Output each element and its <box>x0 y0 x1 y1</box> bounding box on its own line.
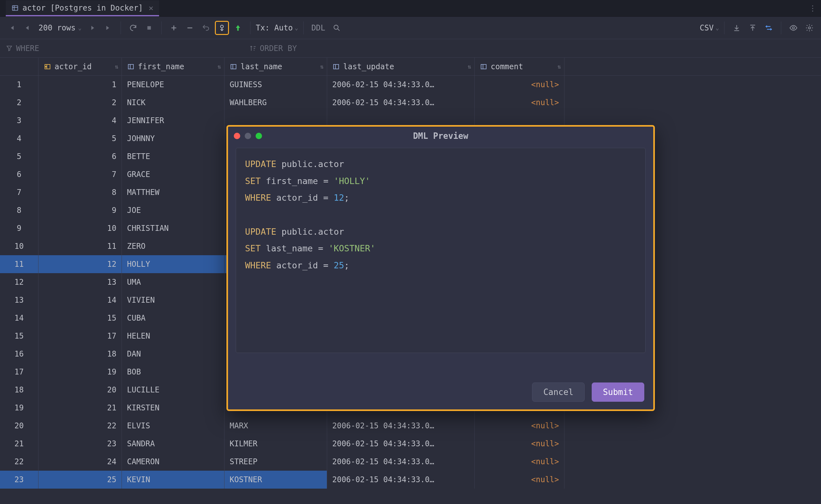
cell-first-name[interactable]: CAMERON <box>122 453 224 471</box>
submit-button[interactable]: Submit <box>592 382 644 402</box>
ddl-button[interactable]: DDL <box>309 21 328 35</box>
view-icon[interactable] <box>786 21 800 35</box>
table-row[interactable]: 11PENELOPEGUINESS2006-02-15 04:34:33.0…<… <box>0 76 821 94</box>
row-number[interactable]: 13 <box>0 291 38 309</box>
cell-last-update[interactable]: 2006-02-15 04:34:33.0… <box>327 471 475 489</box>
cell-actor-id[interactable]: 24 <box>38 453 122 471</box>
cell-actor-id[interactable]: 8 <box>38 183 122 201</box>
cell-last-update[interactable]: 2006-02-15 04:34:33.0… <box>327 94 475 112</box>
cell-first-name[interactable]: KEVIN <box>122 471 224 489</box>
cell-last-update[interactable]: 2006-02-15 04:34:33.0… <box>327 417 475 435</box>
table-row[interactable]: 2022ELVISMARX2006-02-15 04:34:33.0…<null… <box>0 417 821 435</box>
cell-comment[interactable]: <null> <box>475 453 564 471</box>
close-icon[interactable]: ✕ <box>149 4 153 13</box>
stop-icon[interactable] <box>142 21 156 35</box>
cell-actor-id[interactable]: 11 <box>38 237 122 255</box>
cell-last-name[interactable]: STREEP <box>224 453 327 471</box>
cell-actor-id[interactable]: 25 <box>38 471 122 489</box>
cell-first-name[interactable]: NICK <box>122 94 224 112</box>
cell-last-update[interactable]: 2006-02-15 04:34:33.0… <box>327 435 475 453</box>
row-number[interactable]: 12 <box>0 273 38 291</box>
row-number[interactable]: 18 <box>0 381 38 399</box>
tab-more-icon[interactable]: ⋮ <box>809 4 817 13</box>
compare-icon[interactable] <box>762 21 776 35</box>
row-number[interactable]: 1 <box>0 76 38 94</box>
download-icon[interactable] <box>730 21 744 35</box>
where-filter[interactable]: WHERE <box>0 39 244 57</box>
prev-page-icon[interactable] <box>21 21 35 35</box>
next-page-icon[interactable] <box>85 21 99 35</box>
row-number[interactable]: 5 <box>0 147 38 165</box>
table-row[interactable]: 2224CAMERONSTREEP2006-02-15 04:34:33.0…<… <box>0 453 821 471</box>
row-number[interactable]: 22 <box>0 453 38 471</box>
cell-first-name[interactable]: KIRSTEN <box>122 399 224 417</box>
cell-actor-id[interactable]: 21 <box>38 399 122 417</box>
row-number[interactable]: 9 <box>0 219 38 237</box>
cell-actor-id[interactable]: 4 <box>38 112 122 130</box>
submit-icon[interactable] <box>231 21 245 35</box>
orderby-filter[interactable]: ORDER BY <box>244 39 821 57</box>
cell-last-update[interactable]: 2006-02-15 04:34:33.0… <box>327 76 475 94</box>
cell-first-name[interactable]: SANDRA <box>122 435 224 453</box>
table-row[interactable]: 2123SANDRAKILMER2006-02-15 04:34:33.0…<n… <box>0 435 821 453</box>
row-number[interactable]: 15 <box>0 327 38 345</box>
delete-row-icon[interactable] <box>183 21 197 35</box>
cell-actor-id[interactable]: 20 <box>38 381 122 399</box>
cell-first-name[interactable]: GRACE <box>122 165 224 183</box>
row-number[interactable]: 10 <box>0 237 38 255</box>
cell-first-name[interactable]: JOHNNY <box>122 130 224 147</box>
first-page-icon[interactable] <box>4 21 19 35</box>
cell-first-name[interactable]: CHRISTIAN <box>122 219 224 237</box>
refresh-icon[interactable] <box>126 21 140 35</box>
zoom-window-icon[interactable] <box>256 133 262 139</box>
row-number[interactable]: 14 <box>0 309 38 327</box>
upload-icon[interactable] <box>746 21 760 35</box>
cell-actor-id[interactable]: 12 <box>38 255 122 273</box>
column-header-last-name[interactable]: last_name⇅ <box>224 58 327 75</box>
cell-last-name[interactable]: WAHLBERG <box>224 94 327 112</box>
cell-comment[interactable]: <null> <box>475 471 564 489</box>
cell-first-name[interactable]: JENNIFER <box>122 112 224 130</box>
dml-sql-preview[interactable]: UPDATE public.actorSET first_name = 'HOL… <box>236 148 646 353</box>
cell-first-name[interactable]: MATTHEW <box>122 183 224 201</box>
row-number[interactable]: 6 <box>0 165 38 183</box>
cancel-button[interactable]: Cancel <box>532 382 585 402</box>
row-number[interactable]: 17 <box>0 363 38 381</box>
row-number[interactable]: 8 <box>0 201 38 219</box>
cell-comment[interactable]: <null> <box>475 435 564 453</box>
last-page-icon[interactable] <box>101 21 115 35</box>
cell-actor-id[interactable]: 14 <box>38 291 122 309</box>
cell-first-name[interactable]: BETTE <box>122 147 224 165</box>
cell-comment[interactable]: <null> <box>475 417 564 435</box>
preview-pending-icon[interactable] <box>215 21 229 35</box>
cell-first-name[interactable]: DAN <box>122 345 224 363</box>
cell-first-name[interactable]: LUCILLE <box>122 381 224 399</box>
row-number[interactable]: 23 <box>0 471 38 489</box>
cell-comment[interactable]: <null> <box>475 94 564 112</box>
cell-actor-id[interactable]: 5 <box>38 130 122 147</box>
cell-actor-id[interactable]: 17 <box>38 327 122 345</box>
minimize-window-icon[interactable] <box>245 133 251 139</box>
cell-first-name[interactable]: UMA <box>122 273 224 291</box>
row-number[interactable]: 19 <box>0 399 38 417</box>
row-number[interactable]: 3 <box>0 112 38 130</box>
cell-last-name[interactable]: MARX <box>224 417 327 435</box>
row-number[interactable]: 11 <box>0 255 38 273</box>
export-format-dropdown[interactable]: CSV ⌄ <box>700 23 719 32</box>
cell-comment[interactable]: <null> <box>475 76 564 94</box>
row-number[interactable]: 20 <box>0 417 38 435</box>
cell-actor-id[interactable]: 6 <box>38 147 122 165</box>
table-row[interactable]: 22NICKWAHLBERG2006-02-15 04:34:33.0…<nul… <box>0 94 821 112</box>
row-number[interactable]: 21 <box>0 435 38 453</box>
table-row[interactable]: 2325KEVINKOSTNER2006-02-15 04:34:33.0…<n… <box>0 471 821 489</box>
rows-dropdown[interactable]: 200 rows ⌄ <box>37 23 83 32</box>
cell-actor-id[interactable]: 13 <box>38 273 122 291</box>
tab-actor[interactable]: actor [Postgres in Docker] ✕ <box>6 0 159 16</box>
close-window-icon[interactable] <box>234 133 240 139</box>
column-header-actor-id[interactable]: actor_id⇅ <box>38 58 122 75</box>
settings-icon[interactable] <box>802 21 817 35</box>
cell-first-name[interactable]: JOE <box>122 201 224 219</box>
cell-actor-id[interactable]: 19 <box>38 363 122 381</box>
cell-last-name[interactable]: GUINESS <box>224 76 327 94</box>
cell-first-name[interactable]: BOB <box>122 363 224 381</box>
